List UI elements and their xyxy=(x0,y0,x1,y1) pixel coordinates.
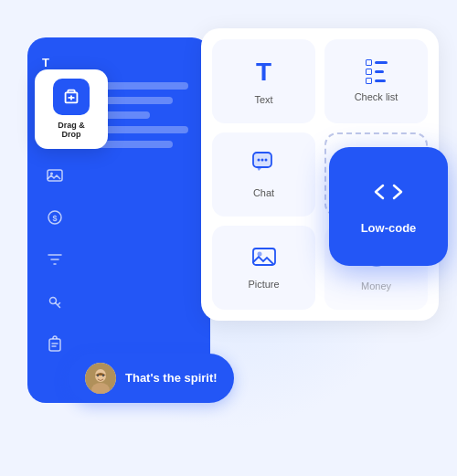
dollar-icon: $ xyxy=(42,205,68,230)
drag-drop-badge[interactable]: Drag & Drop xyxy=(35,69,108,150)
avatar xyxy=(85,363,116,394)
filter-icon xyxy=(42,247,68,272)
lowcode-label: Low-code xyxy=(361,221,417,235)
svg-point-1 xyxy=(50,172,53,175)
grid-cell-checklist[interactable]: Check list xyxy=(324,39,428,123)
main-scene: T $ xyxy=(18,19,439,458)
checklist-label: Check list xyxy=(355,91,399,102)
text-icon: T xyxy=(256,58,271,87)
svg-point-12 xyxy=(257,251,261,256)
chat-icon xyxy=(251,151,277,180)
panel-icon-row: $ xyxy=(42,163,196,356)
text-label: Text xyxy=(254,94,272,105)
grid-cell-text[interactable]: T Text xyxy=(212,39,315,123)
svg-point-8 xyxy=(257,158,260,161)
picture-icon xyxy=(251,246,277,271)
image-icon xyxy=(42,163,68,188)
chat-label: Chat xyxy=(253,187,274,198)
svg-point-19 xyxy=(102,374,104,376)
checklist-icon xyxy=(366,59,388,84)
grid-cell-chat[interactable]: Chat xyxy=(212,132,315,217)
drag-drop-label: Drag & Drop xyxy=(48,121,95,141)
picture-label: Picture xyxy=(248,279,279,290)
svg-point-18 xyxy=(97,374,99,376)
grid-cell-picture[interactable]: Picture xyxy=(212,226,315,310)
svg-text:$: $ xyxy=(52,214,57,223)
svg-point-9 xyxy=(260,158,263,161)
lowcode-icon xyxy=(370,178,407,212)
svg-rect-5 xyxy=(49,339,60,351)
drag-drop-icon xyxy=(53,79,90,115)
chat-bubble-text: That's the spirit! xyxy=(125,371,218,385)
svg-point-10 xyxy=(264,158,267,161)
key-icon xyxy=(42,289,68,314)
lowcode-card[interactable]: Low-code xyxy=(329,147,448,266)
money-label: Money xyxy=(361,280,391,291)
chat-message-bubble: That's the spirit! xyxy=(69,354,234,403)
panel-top-letter: T xyxy=(42,56,196,69)
clipboard-icon xyxy=(42,331,68,356)
